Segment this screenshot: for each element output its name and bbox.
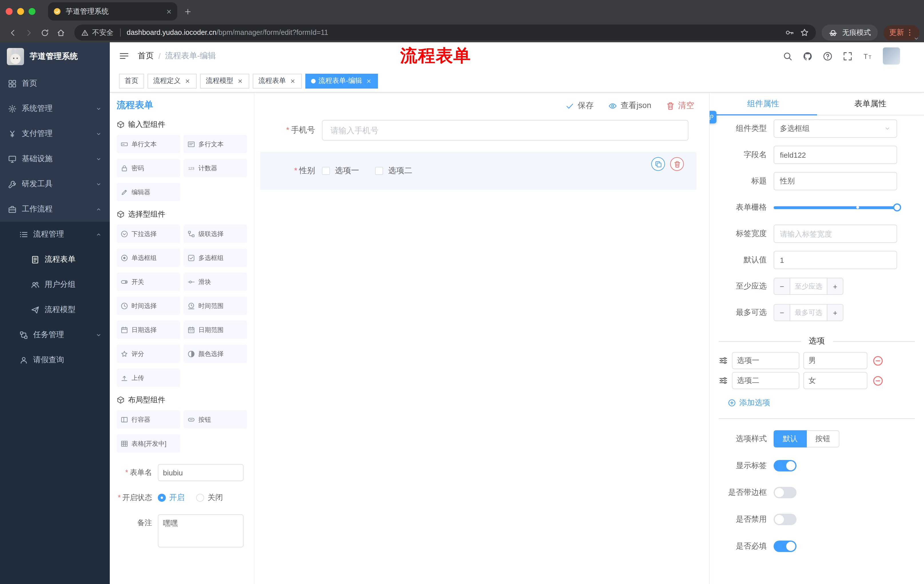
- stepper-input[interactable]: [790, 304, 827, 321]
- increase-button[interactable]: +: [827, 304, 843, 321]
- palette-item[interactable]: 时间范围: [183, 296, 247, 315]
- palette-item[interactable]: 日期范围: [183, 321, 247, 339]
- decrease-button[interactable]: −: [774, 278, 790, 294]
- palette-item[interactable]: 123计数器: [183, 159, 247, 177]
- sidebar-item-home[interactable]: 首页: [0, 71, 110, 96]
- option-value-input[interactable]: [804, 352, 867, 369]
- add-option-button[interactable]: 添加选项: [728, 398, 770, 408]
- checkbox-option[interactable]: 选项一: [322, 166, 359, 176]
- reload-button[interactable]: [36, 25, 53, 41]
- tag-close-icon[interactable]: [183, 77, 191, 85]
- palette-item[interactable]: 评分: [117, 345, 180, 363]
- component-type-select[interactable]: 多选框组: [774, 119, 897, 138]
- slider-handle[interactable]: [893, 204, 901, 211]
- checkbox-option[interactable]: 选项二: [375, 166, 412, 176]
- palette-item[interactable]: 开关: [117, 273, 180, 291]
- palette-item[interactable]: 密码: [117, 159, 180, 177]
- palette-item[interactable]: 颜色选择: [183, 345, 247, 363]
- home-button[interactable]: [53, 25, 69, 41]
- checkbox-box[interactable]: [322, 167, 330, 175]
- sidebar-item-leave-query[interactable]: 请假查询: [0, 347, 110, 373]
- remove-option-button[interactable]: [873, 355, 883, 366]
- option-value-input[interactable]: [804, 372, 867, 389]
- new-tab-button[interactable]: [184, 8, 191, 15]
- breadcrumb-home[interactable]: 首页: [138, 51, 154, 61]
- app-logo[interactable]: 芋道管理系统: [0, 42, 110, 71]
- increase-button[interactable]: +: [827, 278, 843, 294]
- copy-component-button[interactable]: [651, 157, 665, 171]
- github-icon[interactable]: [799, 48, 815, 64]
- palette-item[interactable]: 行容器: [117, 410, 180, 429]
- component-doc-link[interactable]: [709, 111, 716, 123]
- sidebar-item-payment-management[interactable]: 支付管理: [0, 121, 110, 146]
- title-input[interactable]: [774, 172, 897, 190]
- toggle-switch[interactable]: [774, 487, 797, 498]
- palette-item[interactable]: 表格[开发中]: [117, 434, 180, 452]
- menu-dots-icon[interactable]: [906, 29, 914, 36]
- user-avatar[interactable]: [883, 48, 900, 64]
- label-width-input[interactable]: [774, 225, 897, 243]
- clear-button[interactable]: 清空: [666, 100, 694, 111]
- palette-item[interactable]: 编辑器: [117, 183, 180, 201]
- tag-1[interactable]: 流程定义: [147, 73, 197, 88]
- status-radio[interactable]: 开启: [158, 493, 185, 503]
- back-button[interactable]: [5, 25, 21, 41]
- default-value-input[interactable]: [774, 251, 897, 269]
- phone-field-row[interactable]: 手机号: [261, 120, 688, 141]
- sidebar-item-infrastructure[interactable]: 基础设施: [0, 146, 110, 171]
- palette-item[interactable]: 多选框组: [183, 248, 247, 267]
- tag-4[interactable]: 流程表单-编辑: [305, 73, 378, 88]
- checkbox-box[interactable]: [375, 167, 383, 175]
- props-tab-0[interactable]: 组件属性: [710, 92, 817, 115]
- palette-item[interactable]: 级联选择: [183, 225, 247, 243]
- sidebar-item-user-group[interactable]: 用户分组: [0, 272, 110, 297]
- sidebar-item-task-management[interactable]: 任务管理: [0, 322, 110, 347]
- sidebar-item-process-form[interactable]: 流程表单: [0, 247, 110, 272]
- palette-item[interactable]: 单行文本: [117, 135, 180, 153]
- props-tab-1[interactable]: 表单属性: [817, 92, 924, 115]
- option-style-choice-1[interactable]: 按钮: [807, 430, 839, 447]
- form-grid-slider[interactable]: [774, 198, 897, 217]
- palette-item[interactable]: 下拉选择: [117, 225, 180, 243]
- password-key-icon[interactable]: [785, 28, 794, 37]
- security-label[interactable]: 不安全: [92, 28, 114, 38]
- field-name-input[interactable]: [774, 146, 897, 164]
- toggle-switch[interactable]: [774, 513, 797, 525]
- sidebar-item-system-management[interactable]: 系统管理: [0, 96, 110, 121]
- font-size-icon[interactable]: TT: [860, 48, 875, 64]
- form-name-input[interactable]: [158, 464, 244, 481]
- view-json-button[interactable]: 查看json: [609, 100, 651, 111]
- tag-close-icon[interactable]: [289, 77, 296, 85]
- remove-option-button[interactable]: [873, 375, 883, 386]
- toggle-switch[interactable]: [774, 460, 797, 471]
- palette-item[interactable]: 按钮: [183, 410, 247, 429]
- delete-component-button[interactable]: [670, 157, 684, 171]
- tab-close-icon[interactable]: [166, 8, 172, 15]
- palette-item[interactable]: 日期选择: [117, 321, 180, 339]
- tag-3[interactable]: 流程表单: [253, 73, 302, 88]
- drag-handle-icon[interactable]: [719, 376, 728, 385]
- tag-2[interactable]: 流程模型: [200, 73, 249, 88]
- save-button[interactable]: 保存: [566, 100, 594, 111]
- help-icon[interactable]: [819, 48, 835, 64]
- palette-item[interactable]: 时间选择: [117, 296, 180, 315]
- toolbar-collapse-chevron[interactable]: [913, 35, 919, 42]
- selected-component[interactable]: 性别 选项一选项二: [260, 152, 696, 190]
- option-name-input[interactable]: [732, 372, 799, 389]
- drag-handle-icon[interactable]: [719, 356, 728, 365]
- sidebar-item-dev-tools[interactable]: 研发工具: [0, 171, 110, 197]
- address-bar[interactable]: 不安全 dashboard.yudao.iocoder.cn/bpm/manag…: [74, 25, 816, 41]
- remark-textarea[interactable]: 嘿嘿: [158, 514, 244, 548]
- option-name-input[interactable]: [732, 352, 799, 369]
- bookmark-star-icon[interactable]: [800, 28, 809, 37]
- window-minimize-button[interactable]: [17, 8, 24, 15]
- window-zoom-button[interactable]: [29, 8, 35, 15]
- tag-0[interactable]: 首页: [119, 73, 144, 88]
- search-icon[interactable]: [779, 48, 795, 64]
- tag-close-icon[interactable]: [236, 77, 244, 85]
- tag-close-icon[interactable]: [365, 77, 372, 85]
- sidebar-item-process-management[interactable]: 流程管理: [0, 222, 110, 247]
- forward-button[interactable]: [21, 25, 36, 41]
- toggle-switch[interactable]: [774, 540, 797, 552]
- fullscreen-icon[interactable]: [839, 48, 855, 64]
